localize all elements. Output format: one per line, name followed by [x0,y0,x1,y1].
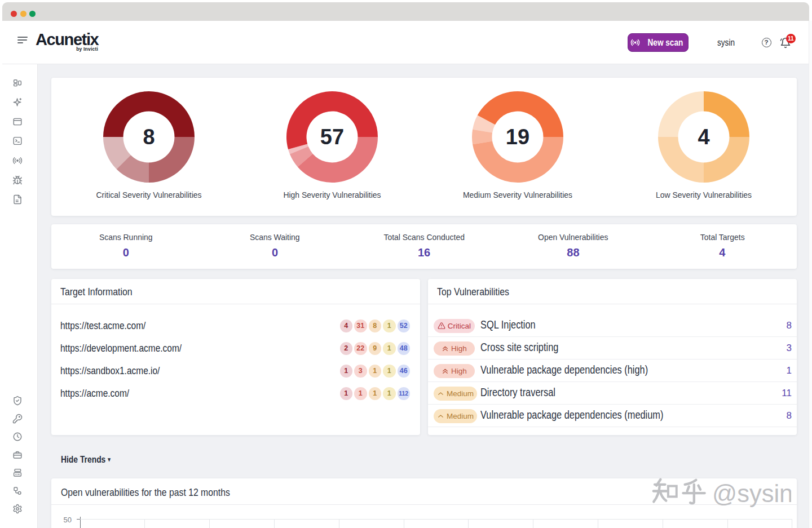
svg-text:@sysin: @sysin [712,480,791,507]
